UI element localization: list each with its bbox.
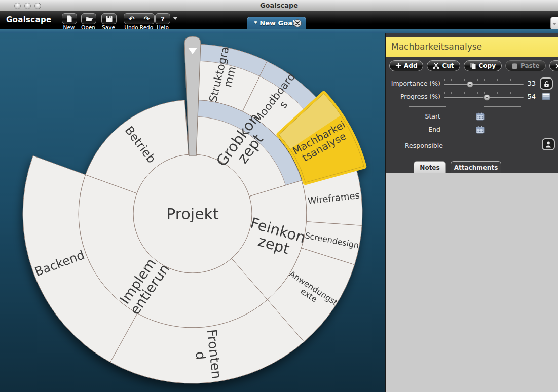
sunburst-chart: BetriebGrobkonzeptFeinkonzeptImplementie…: [0, 29, 385, 392]
goalscape-logo: Goalscape: [6, 15, 51, 24]
goal-title-header: Machbarkeitsanalyse: [386, 37, 558, 57]
panel-tabs: Notes Attachments: [386, 161, 558, 173]
start-label: Start: [390, 110, 440, 123]
tab-attachments[interactable]: Attachments: [451, 161, 501, 173]
panel-corner-button[interactable]: [550, 17, 558, 30]
paste-button-label: Paste: [520, 62, 540, 69]
cut-button-label: Cut: [442, 62, 454, 69]
open-button[interactable]: [81, 13, 96, 24]
importance-row: Importance (%) 33: [386, 77, 558, 90]
lock-open-icon: [543, 80, 550, 88]
save-button[interactable]: [101, 13, 117, 24]
open-folder-icon: [85, 15, 93, 23]
tab-new-goal[interactable]: * New Goal: [247, 17, 306, 29]
tab-title: * New Goal: [254, 19, 294, 27]
progress-value: 54: [526, 90, 536, 103]
importance-slider-thumb[interactable]: [467, 81, 473, 88]
tab-notes-label: Notes: [420, 164, 439, 171]
tab-attachments-label: Attachments: [454, 164, 498, 171]
importance-label: Importance (%): [390, 77, 440, 90]
new-document-icon: [65, 15, 73, 23]
chart-area: BetriebGrobkonzeptFeinkonzeptImplementie…: [0, 29, 385, 392]
add-button[interactable]: Add: [389, 60, 423, 71]
content-top-strip: [0, 29, 558, 33]
copy-button-label: Copy: [479, 62, 496, 69]
importance-slider[interactable]: [444, 77, 524, 90]
copy-icon: [470, 62, 476, 69]
cut-button[interactable]: Cut: [427, 60, 460, 71]
paste-button[interactable]: Paste: [505, 60, 546, 71]
undo-icon: ↶: [129, 15, 135, 23]
window-titlebar: Goalscape: [0, 0, 558, 11]
window-title: Goalscape: [0, 0, 558, 11]
calendar-icon: [476, 112, 485, 121]
importance-lock-button[interactable]: [540, 77, 553, 90]
goal-detail-panel: Machbarkeitsanalyse Add Cut: [385, 33, 558, 392]
projekt-label: Projekt: [166, 205, 219, 223]
save-floppy-icon: [105, 15, 113, 23]
responsible-person-button[interactable]: [542, 138, 555, 150]
add-button-label: Add: [404, 62, 417, 69]
close-icon: [295, 21, 300, 26]
undo-redo-group: ↶ ↷: [124, 13, 155, 24]
responsible-row: Responsible: [386, 133, 558, 153]
progress-row: Progress (%) 54: [386, 90, 558, 103]
action-button-row: Add Cut Copy: [386, 59, 558, 73]
chevron-down-icon: [552, 23, 556, 25]
start-date-row: Start: [386, 110, 558, 123]
notes-content[interactable]: [386, 173, 558, 392]
progress-slider[interactable]: [444, 90, 524, 103]
start-calendar-button[interactable]: [476, 112, 485, 122]
responsible-label: Responsible: [405, 139, 443, 152]
redo-button[interactable]: ↷: [139, 14, 154, 24]
new-button[interactable]: [62, 13, 77, 24]
goal-title: Machbarkeitsanalyse: [391, 42, 482, 52]
progress-slider-thumb[interactable]: [483, 94, 490, 101]
copy-button[interactable]: Copy: [464, 60, 502, 71]
redo-icon: ↷: [144, 15, 150, 23]
progress-slider-ticks: [444, 92, 524, 94]
x-icon: [555, 63, 558, 69]
importance-slider-track: [444, 84, 524, 85]
progress-layers-icon[interactable]: [542, 93, 550, 102]
plus-icon: [395, 63, 401, 69]
person-icon: [545, 141, 552, 148]
importance-slider-ticks: [444, 79, 524, 81]
help-dropdown-caret[interactable]: [173, 17, 178, 20]
importance-value: 33: [526, 77, 536, 90]
delete-button[interactable]: Delete: [549, 60, 558, 71]
help-button[interactable]: ?: [155, 13, 170, 24]
divider: [388, 106, 556, 107]
calendar-icon: [476, 126, 485, 134]
clipboard-icon: [511, 62, 518, 69]
progress-label: Progress (%): [390, 90, 440, 103]
help-icon: ?: [161, 15, 165, 23]
scissors-icon: [433, 63, 439, 69]
tab-notes[interactable]: Notes: [414, 161, 446, 173]
undo-button[interactable]: ↶: [124, 14, 139, 24]
goalscape-window: Goalscape Goalscape New Open Save: [0, 0, 558, 392]
tab-close-button[interactable]: [293, 19, 302, 27]
